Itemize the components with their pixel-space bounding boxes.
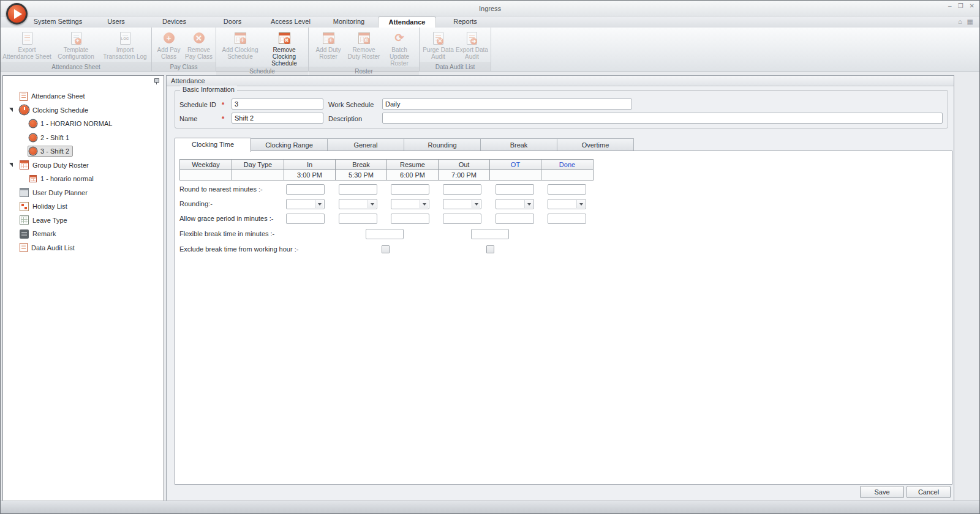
tab-doors[interactable]: Doors [203,17,262,28]
in-time-cell[interactable]: 3:00 PM [284,170,336,181]
remove-pay-class-button[interactable]: ✕ Remove Pay Class [184,29,214,62]
tree-item-schedule-2[interactable]: 2 - Shift 1 [3,131,164,145]
roster-add-icon: + [320,30,336,46]
minimize-button[interactable]: – [948,2,952,9]
work-schedule-label: Work Schedule [328,99,374,110]
ribbon-group-data-audit-list: ✕ Purge Data Audit ➜ Export Data Audit D… [420,28,491,71]
tab-break[interactable]: Break [481,138,557,151]
tab-access-level[interactable]: Access Level [262,17,320,28]
round-input-break[interactable] [339,184,377,195]
out-time-cell[interactable]: 7:00 PM [439,170,490,181]
tree-item-user-duty-planner[interactable]: User Duty Planner [3,186,164,200]
rounding-select-in[interactable] [286,199,325,209]
rounding-select-break[interactable] [339,199,377,209]
purge-data-audit-button[interactable]: ✕ Purge Data Audit [421,29,455,62]
rounding-select-out[interactable] [443,199,481,209]
calendar-remove-icon: ✕ [276,30,292,46]
col-resume: Resume [387,160,439,170]
tab-attendance[interactable]: Attendance [378,17,436,28]
remove-duty-roster-button[interactable]: ✕ Remove Duty Roster [346,29,382,67]
rounding-select-ot[interactable] [496,199,534,209]
panel-footer: Save Cancel [167,483,954,501]
rounding-select-done[interactable] [548,199,586,209]
auto-hide-pin-icon[interactable] [154,78,159,84]
purge-icon: ✕ [431,30,447,46]
col-ot: OT [490,160,541,170]
tree-item-schedule-3[interactable]: 3 - Shift 2 [3,144,164,158]
expander-icon[interactable] [9,108,18,112]
weekday-cell[interactable] [180,170,232,181]
roster-calendar-icon [29,175,37,182]
grace-period-label: Allow grace period in minutes :- [179,214,273,224]
tree-item-remark[interactable]: Remark [3,227,164,241]
exclude-break-checkbox-1[interactable] [382,245,390,253]
add-duty-roster-button[interactable]: + Add Duty Roster [311,29,346,67]
layout-options-icon[interactable]: ▦ [967,18,973,26]
round-input-ot[interactable] [496,184,534,195]
col-done: Done [541,160,594,170]
round-input-done[interactable] [548,184,586,195]
tab-overtime[interactable]: Overtime [557,138,634,151]
resume-time-cell[interactable]: 6:00 PM [387,170,439,181]
tree-item-clocking-schedule[interactable]: Clocking Schedule [3,103,164,117]
grace-input-done[interactable] [548,214,586,224]
export-data-audit-button[interactable]: ➜ Export Data Audit [455,29,489,62]
tab-general[interactable]: General [328,138,404,151]
grace-input-break[interactable] [339,214,377,224]
grace-input-in[interactable] [286,214,325,224]
batch-update-roster-button[interactable]: ⟳ Batch Update Roster [382,29,417,67]
close-button[interactable]: ✕ [970,2,974,9]
break-time-cell[interactable]: 5:30 PM [336,170,387,181]
tab-clocking-time[interactable]: Clocking Time [175,138,251,152]
ot-time-cell[interactable] [490,170,541,181]
cancel-button[interactable]: Cancel [907,486,951,498]
remove-clocking-schedule-button[interactable]: ✕ Remove Clocking Schedule [262,29,306,67]
name-input[interactable] [232,113,323,124]
rounding-select-resume[interactable] [391,199,429,209]
round-input-resume[interactable] [391,184,429,195]
tree-item-data-audit-list[interactable]: Data Audit List [3,241,164,255]
day-type-cell[interactable] [232,170,284,181]
tab-rounding[interactable]: Rounding [404,138,481,151]
round-to-nearest-label: Round to nearest minutes :- [179,184,263,195]
ribbon-group-label-roster: Roster [309,67,419,75]
round-input-in[interactable] [286,184,325,195]
tree-item-group-duty-roster[interactable]: Group Duty Roster [3,158,164,173]
expander-icon[interactable] [9,163,18,167]
restore-button[interactable]: ❐ [958,2,963,9]
tree-item-leave-type[interactable]: Leave Type [3,214,164,228]
tree-item-schedule-1[interactable]: 1 - HORARIO NORMAL [3,117,164,131]
template-configuration-button[interactable]: + Template Configuration [51,29,100,62]
theme-icon[interactable]: ⌂ [958,18,962,26]
grace-input-out[interactable] [443,214,481,224]
tab-clocking-range[interactable]: Clocking Range [251,138,328,151]
grace-input-resume[interactable] [391,214,429,224]
flexible-break-input-2[interactable] [471,229,509,239]
work-schedule-input[interactable] [382,99,632,110]
add-pay-class-button[interactable]: + Add Pay Class [154,29,184,62]
ribbon-group-schedule: + Add Clocking Schedule ✕ Remove Clockin… [216,28,309,71]
ribbon-group-pay-class: + Add Pay Class ✕ Remove Pay Class Pay C… [152,28,216,71]
tab-devices[interactable]: Devices [145,17,203,28]
tree-item-roster-1[interactable]: 1 - horario normal [3,172,164,186]
grace-input-ot[interactable] [496,214,534,224]
import-transaction-log-button[interactable]: LOG Import Transaction Log [100,29,149,62]
save-button[interactable]: Save [860,486,904,498]
tree-item-holiday-list[interactable]: Holiday List [3,199,164,214]
doc-export-icon: ➜ [464,30,480,46]
tab-system-settings[interactable]: System Settings [29,17,87,28]
description-input[interactable] [382,113,943,124]
done-time-cell[interactable] [541,170,594,181]
tab-users[interactable]: Users [87,17,145,28]
flexible-break-input-1[interactable] [366,229,404,239]
tab-reports[interactable]: Reports [436,17,494,28]
exclude-break-checkbox-2[interactable] [486,245,494,253]
ingress-logo-icon[interactable] [6,3,28,24]
round-input-out[interactable] [443,184,481,195]
schedule-id-input[interactable] [232,99,323,110]
add-clocking-schedule-button[interactable]: + Add Clocking Schedule [218,29,262,67]
chevron-down-icon [368,200,376,208]
tab-monitoring[interactable]: Monitoring [320,17,378,28]
export-attendance-sheet-button[interactable]: Export Attendance Sheet [2,29,51,62]
tree-item-attendance-sheet[interactable]: Attendance Sheet [3,89,164,103]
